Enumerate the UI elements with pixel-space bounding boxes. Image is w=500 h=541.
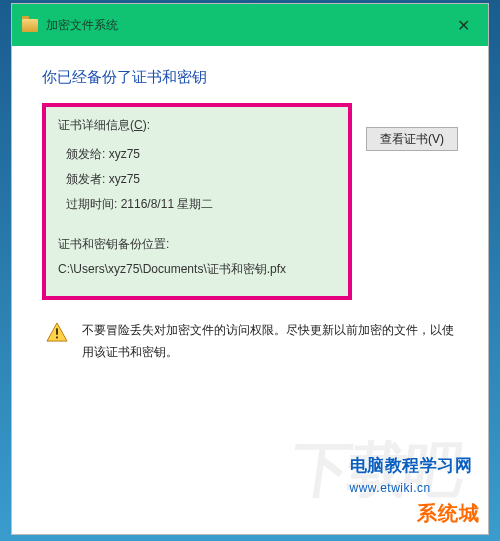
warning-icon <box>46 322 68 342</box>
backup-label: 证书和密钥备份位置: <box>58 232 336 257</box>
folder-icon <box>22 19 38 32</box>
page-heading: 你已经备份了证书和密钥 <box>42 68 458 87</box>
details-row: 证书详细信息(C): 颁发给: xyz75 颁发者: xyz75 过期时间: 2… <box>42 103 458 300</box>
watermark-site1-url: www.etwiki.cn <box>350 481 431 495</box>
details-title: 证书详细信息(C): <box>58 117 336 134</box>
warning-text: 不要冒险丢失对加密文件的访问权限。尽快更新以前加密的文件，以使用该证书和密钥。 <box>82 320 454 363</box>
watermark-site1: 电脑教程学习网 www.etwiki.cn <box>350 454 473 497</box>
titlebar: 加密文件系统 ✕ <box>12 4 488 46</box>
svg-rect-2 <box>56 336 58 338</box>
issued-to: 颁发给: xyz75 <box>58 142 336 167</box>
window-title: 加密文件系统 <box>46 17 118 34</box>
details-label-post: ): <box>143 118 150 132</box>
watermark-site1-name: 电脑教程学习网 <box>350 456 473 475</box>
expires: 过期时间: 2116/8/11 星期二 <box>58 192 336 217</box>
svg-rect-1 <box>56 328 58 334</box>
backup-path: C:\Users\xyz75\Documents\证书和密钥.pfx <box>58 257 336 282</box>
close-button[interactable]: ✕ <box>451 14 476 37</box>
view-certificate-button[interactable]: 查看证书(V) <box>366 127 458 151</box>
details-label-pre: 证书详细信息( <box>58 118 134 132</box>
warning-row: 不要冒险丢失对加密文件的访问权限。尽快更新以前加密的文件，以使用该证书和密钥。 <box>42 320 458 363</box>
view-certificate-label: 查看证书(V) <box>380 132 444 146</box>
content-area: 你已经备份了证书和密钥 证书详细信息(C): 颁发给: xyz75 颁发者: x… <box>12 46 488 373</box>
watermark-site2: 系统城 <box>417 500 480 527</box>
certificate-details-box: 证书详细信息(C): 颁发给: xyz75 颁发者: xyz75 过期时间: 2… <box>42 103 352 300</box>
details-label-hotkey: C <box>134 118 143 132</box>
issued-by: 颁发者: xyz75 <box>58 167 336 192</box>
